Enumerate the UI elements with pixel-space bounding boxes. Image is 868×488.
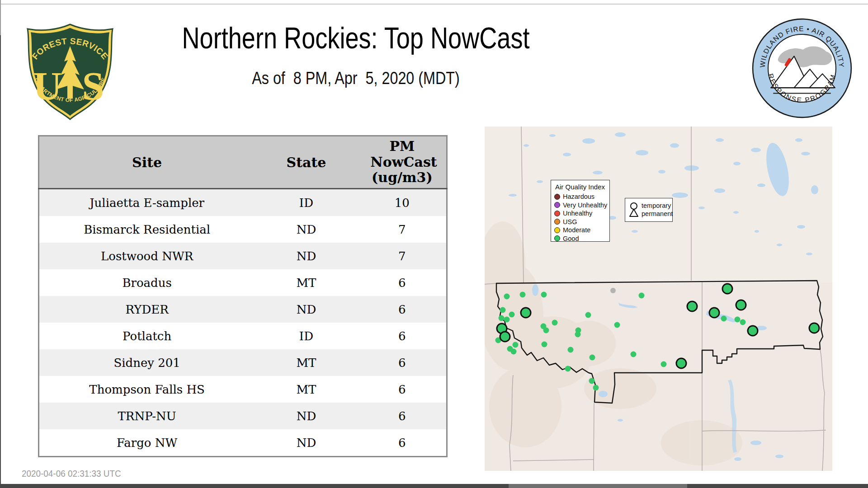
cell-value: 6 xyxy=(358,376,447,403)
monitor-dot-small xyxy=(513,342,519,348)
cell-value: 6 xyxy=(358,349,447,376)
monitor-dot-small xyxy=(575,332,581,338)
aqi-legend-item: USG xyxy=(554,218,609,226)
monitor-dot-small xyxy=(639,293,645,299)
monitor-dot-small xyxy=(661,361,667,367)
monitor-dot-small xyxy=(593,385,599,391)
table-header: Site State PM NowCast (ug/m3) xyxy=(39,136,447,189)
cell-state: MT xyxy=(255,269,358,296)
page-left-border xyxy=(0,0,1,484)
cell-state: ND xyxy=(255,429,358,457)
cell-site: RYDER xyxy=(39,296,255,323)
monitor-dot-large xyxy=(709,308,719,318)
monitor-dot-small xyxy=(520,292,526,298)
monitor-dot-small xyxy=(552,320,558,326)
aqi-color-dot xyxy=(554,211,560,216)
monitor-dot-small xyxy=(740,319,746,325)
report-page: FOREST SERVICE U S DEPARTMENT OF AGRICUL… xyxy=(0,0,868,488)
table-row: PotlatchID6 xyxy=(39,323,447,349)
cell-state: MT xyxy=(255,349,358,376)
aqi-label: Hazardous xyxy=(563,193,594,200)
table-row: Juliaetta E-samplerID10 xyxy=(39,189,447,216)
monitor-dot-small xyxy=(589,378,595,384)
aqi-label: Moderate xyxy=(563,226,590,234)
table-row: Thompson Falls HSMT6 xyxy=(39,376,447,403)
page-bottom-bar xyxy=(0,484,868,488)
generated-timestamp: 2020-04-06 02:31:33 UTC xyxy=(22,468,121,479)
cell-value: 7 xyxy=(358,216,447,243)
monitor-dot-small xyxy=(541,292,547,298)
monitor-dot-small xyxy=(511,349,517,355)
monitor-type-icon xyxy=(628,202,639,218)
scrollbar-thumb[interactable] xyxy=(509,484,687,488)
monitor-dot-large xyxy=(676,358,686,368)
aqi-legend-item: Good xyxy=(554,235,609,243)
monitor-dot-small xyxy=(499,315,505,321)
monitor-dot-small xyxy=(631,352,637,357)
monitor-dot-small xyxy=(721,316,727,322)
monitor-dot-large xyxy=(500,332,510,342)
usfs-logo: FOREST SERVICE U S DEPARTMENT OF AGRICUL… xyxy=(25,21,115,123)
table-row: RYDERND6 xyxy=(39,296,447,323)
monitor-dot-large xyxy=(736,300,746,310)
table-row: Sidney 201MT6 xyxy=(39,349,447,376)
cell-site: TRNP-NU xyxy=(39,403,255,429)
monitor-dot-small xyxy=(565,366,571,372)
header-pm-nowcast: PM NowCast (ug/m3) xyxy=(358,136,447,189)
cell-value: 6 xyxy=(358,429,447,457)
monitor-dot-small xyxy=(504,317,510,323)
cell-value: 6 xyxy=(358,323,447,349)
table-row: Lostwood NWRND7 xyxy=(39,243,447,269)
monitor-dot-large xyxy=(748,326,758,336)
aqi-label: USG xyxy=(563,218,577,225)
monitor-map xyxy=(485,127,832,471)
aqi-color-dot xyxy=(554,202,560,208)
header-site: Site xyxy=(39,136,255,189)
table-row: Fargo NWND6 xyxy=(39,429,447,457)
cell-site: Thompson Falls HS xyxy=(39,376,255,403)
temporary-label: temporary xyxy=(642,202,673,210)
cell-state: ND xyxy=(255,243,358,269)
aqi-legend-title: Air Quality Index xyxy=(555,183,609,191)
cell-state: ID xyxy=(255,323,358,349)
cell-value: 7 xyxy=(358,243,447,269)
table-row: TRNP-NUND6 xyxy=(39,403,447,429)
aqi-legend-item: Moderate xyxy=(554,226,609,235)
monitor-dot-small xyxy=(568,347,574,353)
cell-site: Juliaetta E-sampler xyxy=(39,189,255,216)
monitor-dot-large xyxy=(722,284,732,294)
table-row: Bismarck ResidentialND7 xyxy=(39,216,447,243)
aqi-color-dot xyxy=(554,235,560,241)
monitor-dot-small xyxy=(543,328,549,333)
cell-site: Sidney 201 xyxy=(39,349,255,376)
monitor-dot-nodata xyxy=(610,288,616,293)
permanent-label: permanent xyxy=(642,210,673,218)
aqi-color-dot xyxy=(554,194,560,200)
table-row: BroadusMT6 xyxy=(39,269,447,296)
page-subtitle: As of 8 PM, Apr 5, 2020 (MDT) xyxy=(154,69,558,88)
aqi-label: Unhealthy xyxy=(563,210,592,217)
aqi-label: Good xyxy=(563,235,579,242)
monitor-dot-large xyxy=(687,301,697,311)
aqi-color-dot xyxy=(554,219,560,225)
header-state: State xyxy=(255,136,358,189)
cell-value: 6 xyxy=(358,269,447,296)
wfaqrp-logo: WILDLAND FIRE • AIR QUALITY RESPONSE PRO… xyxy=(751,17,853,119)
aqi-legend: Air Quality Index HazardousVery Unhealth… xyxy=(551,180,610,242)
aqi-legend-item: Hazardous xyxy=(554,192,609,201)
cell-state: ND xyxy=(255,296,358,323)
monitor-dot-small xyxy=(590,355,595,361)
monitor-dot-small xyxy=(614,322,620,328)
aqi-legend-items: HazardousVery UnhealthyUnhealthyUSGModer… xyxy=(554,192,609,243)
monitor-dot-large xyxy=(809,323,819,333)
cell-value: 6 xyxy=(358,403,447,429)
cell-value: 10 xyxy=(358,189,447,216)
cell-state: ND xyxy=(255,216,358,243)
nowcast-table: Site State PM NowCast (ug/m3) Juliaetta … xyxy=(38,135,448,457)
monitor-dot-small xyxy=(504,294,510,300)
aqi-legend-item: Very Unhealthy xyxy=(554,201,609,210)
cell-state: ND xyxy=(255,403,358,429)
cell-site: Potlatch xyxy=(39,323,255,349)
marker-type-legend: temporary permanent xyxy=(625,198,673,222)
monitor-dot-small xyxy=(509,312,515,318)
